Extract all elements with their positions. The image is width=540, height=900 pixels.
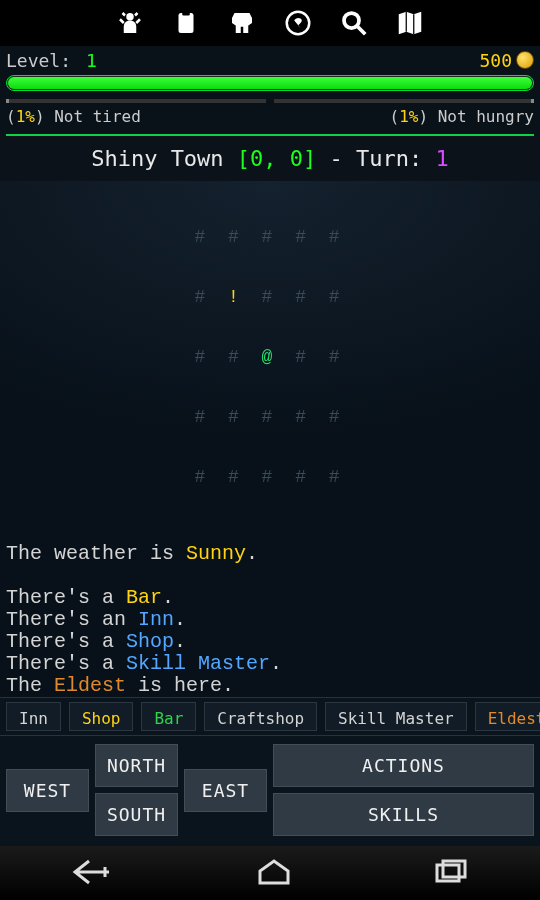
- description-text: The weather is Sunny. There's a Bar. The…: [6, 543, 534, 697]
- tab-skillmaster[interactable]: Skill Master: [325, 702, 467, 732]
- search-icon[interactable]: [337, 6, 371, 40]
- svg-rect-7: [443, 861, 465, 877]
- main-view: # # # # # # ! # # # # # @ # # # # # # # …: [0, 181, 540, 697]
- south-button[interactable]: SOUTH: [95, 793, 178, 836]
- gold-display: 500: [479, 50, 534, 71]
- inventory-icon[interactable]: [169, 6, 203, 40]
- hunger-bar: [274, 99, 534, 103]
- tired-text: (1%) Not tired: [6, 107, 141, 126]
- tab-bar[interactable]: Bar: [141, 702, 196, 732]
- armor-icon[interactable]: [225, 6, 259, 40]
- east-button[interactable]: EAST: [184, 769, 267, 812]
- tired-bar: [6, 99, 266, 103]
- home-icon[interactable]: [254, 857, 294, 890]
- west-button[interactable]: WEST: [6, 769, 89, 812]
- android-navbar: [0, 846, 540, 900]
- svg-point-0: [126, 13, 134, 21]
- top-toolbar: [0, 0, 540, 46]
- character-icon[interactable]: [113, 6, 147, 40]
- svg-rect-2: [182, 10, 190, 15]
- hungry-text: (1%) Not hungry: [390, 107, 535, 126]
- svg-rect-1: [179, 13, 194, 33]
- xp-bar: [6, 75, 534, 91]
- status-panel: Level: 1 500 (1%) Not tired (1%) Not hun…: [0, 46, 540, 136]
- location-tabs: Inn Shop Bar Craftshop Skill Master Elde…: [0, 697, 540, 737]
- action-grid: WEST NORTH SOUTH EAST ACTIONS SKILLS: [0, 736, 540, 846]
- tab-craftshop[interactable]: Craftshop: [204, 702, 317, 732]
- tab-eldest[interactable]: Eldest: [475, 702, 540, 732]
- svg-point-4: [344, 13, 359, 28]
- back-icon[interactable]: [69, 857, 117, 890]
- tab-inn[interactable]: Inn: [6, 702, 61, 732]
- svg-line-5: [358, 27, 366, 35]
- north-button[interactable]: NORTH: [95, 744, 178, 787]
- actions-button[interactable]: ACTIONS: [273, 744, 534, 787]
- recent-icon[interactable]: [431, 857, 471, 890]
- svg-rect-6: [437, 865, 459, 881]
- map-icon[interactable]: [393, 6, 427, 40]
- location-header: Shiny Town [0, 0] - Turn: 1: [0, 136, 540, 181]
- coin-icon: [516, 51, 534, 69]
- skills-button[interactable]: SKILLS: [273, 793, 534, 836]
- ascii-map: # # # # # # ! # # # # # @ # # # # # # # …: [6, 181, 534, 543]
- level-display: Level: 1: [6, 50, 97, 71]
- interact-icon[interactable]: [281, 6, 315, 40]
- tab-shop[interactable]: Shop: [69, 702, 134, 732]
